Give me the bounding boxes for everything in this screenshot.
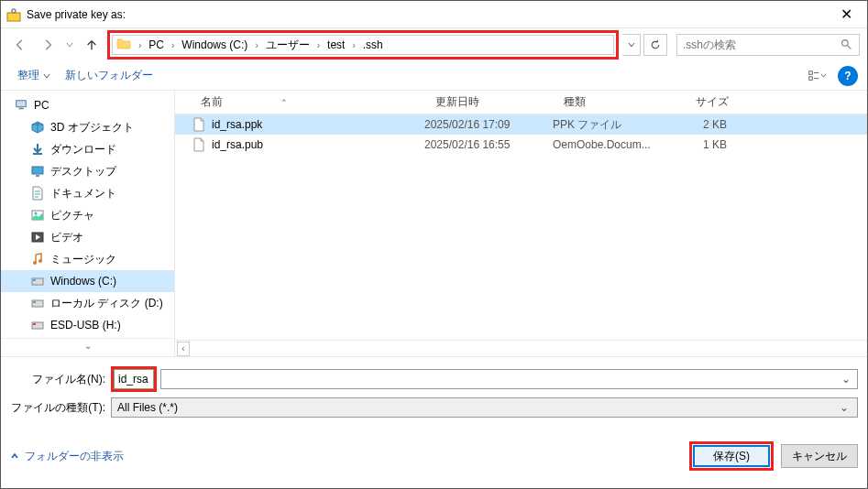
breadcrumb-segment[interactable]: test <box>324 38 348 51</box>
desk-icon <box>30 164 45 179</box>
file-type: OemOobe.Docum... <box>553 138 663 151</box>
close-button[interactable]: ✕ <box>826 1 867 28</box>
file-size: 1 KB <box>663 138 727 151</box>
tree-item-label: ビデオ <box>50 230 83 245</box>
address-highlight: › PC › Windows (C:) › ユーザー › test › .ssh <box>107 30 619 60</box>
hide-folders-button[interactable]: フォルダーの非表示 <box>10 449 124 464</box>
svg-point-1 <box>12 9 16 13</box>
dl-icon <box>30 142 45 157</box>
search-input[interactable] <box>676 34 860 56</box>
sidebar-expand-down[interactable]: ⌄ <box>1 338 174 353</box>
save-button[interactable]: 保存(S) <box>693 445 770 467</box>
column-name[interactable]: 名前 ⌃ <box>192 94 426 110</box>
3d-icon <box>30 120 45 135</box>
search-icon[interactable] <box>841 38 853 51</box>
breadcrumb-segment[interactable]: .ssh <box>359 38 387 51</box>
svg-rect-17 <box>33 301 36 303</box>
pc-icon <box>14 98 28 113</box>
column-type[interactable]: 種類 <box>555 94 665 110</box>
filename-label: ファイル名(N): <box>10 372 111 387</box>
svg-rect-8 <box>36 175 39 177</box>
tree-item[interactable]: ローカル ディスク (D:) <box>1 292 174 314</box>
recent-dropdown[interactable] <box>63 33 76 57</box>
file-date: 2025/02/16 16:55 <box>424 138 553 151</box>
chevron-right-icon[interactable]: › <box>168 40 178 50</box>
navigation-tree: PC3D オブジェクトダウンロードデスクトップドキュメントピクチャビデオミュージ… <box>1 91 175 356</box>
chevron-right-icon[interactable]: › <box>313 40 324 50</box>
address-dropdown[interactable] <box>622 34 641 56</box>
svg-rect-19 <box>33 323 36 325</box>
drive-icon <box>30 296 45 310</box>
breadcrumb-segment[interactable]: Windows (C:) <box>178 38 251 51</box>
search-field[interactable] <box>683 38 841 51</box>
tree-item-label: ダウンロード <box>50 142 116 158</box>
column-date[interactable]: 更新日時 <box>426 94 555 110</box>
tree-item-label: Windows (C:) <box>50 275 116 288</box>
tree-item-label: PC <box>34 99 49 112</box>
view-options-button[interactable] <box>803 66 830 86</box>
svg-point-13 <box>38 259 42 263</box>
file-icon <box>192 117 206 132</box>
vid-icon <box>30 230 45 244</box>
column-size[interactable]: サイズ <box>665 94 738 110</box>
tree-item[interactable]: ESD-USB (H:) <box>1 314 174 336</box>
app-icon <box>6 7 21 22</box>
svg-point-2 <box>842 40 849 47</box>
tree-item-label: ピクチャ <box>50 208 94 223</box>
tree-item[interactable]: ダウンロード <box>1 138 174 160</box>
tree-item[interactable]: ピクチャ <box>1 204 174 226</box>
drive-icon <box>30 274 45 288</box>
mus-icon <box>30 252 45 266</box>
tree-item[interactable]: PC <box>1 94 174 116</box>
file-size: 2 KB <box>663 118 727 131</box>
back-button <box>8 33 32 57</box>
file-name: id_rsa.pub <box>212 138 424 151</box>
chevron-down-icon: ⌄ <box>839 373 853 386</box>
breadcrumb-segment[interactable]: ユーザー <box>262 38 313 53</box>
svg-rect-7 <box>32 167 43 174</box>
tree-item-label: ドキュメント <box>50 186 116 201</box>
scroll-left-button[interactable]: ‹ <box>177 342 190 356</box>
cancel-button[interactable]: キャンセル <box>781 444 858 468</box>
file-row[interactable]: id_rsa.ppk2025/02/16 17:09PPK ファイル2 KB <box>175 114 867 135</box>
chevron-down-icon: ⌄ <box>837 401 852 414</box>
filetype-combo[interactable]: All Files (*.*) ⌄ <box>111 397 858 418</box>
file-list[interactable]: id_rsa.ppk2025/02/16 17:09PPK ファイル2 KBid… <box>175 114 867 340</box>
filename-combo[interactable]: ⌄ <box>160 369 858 389</box>
refresh-button[interactable] <box>643 34 667 56</box>
usb-icon <box>30 318 45 332</box>
tree-item-label: ローカル ディスク (D:) <box>50 296 163 311</box>
up-button[interactable] <box>80 33 104 57</box>
filename-input[interactable] <box>114 369 154 389</box>
address-bar[interactable]: › PC › Windows (C:) › ユーザー › test › .ssh <box>112 35 614 55</box>
tree-item[interactable]: ミュージック <box>1 248 174 270</box>
help-button[interactable]: ? <box>838 66 858 86</box>
svg-point-10 <box>35 212 38 215</box>
file-type: PPK ファイル <box>553 117 663 133</box>
breadcrumb-segment[interactable]: PC <box>145 38 168 51</box>
filetype-label: ファイルの種類(T): <box>10 400 111 416</box>
tree-item[interactable]: ドキュメント <box>1 182 174 204</box>
new-folder-button[interactable]: 新しいフォルダー <box>58 64 160 87</box>
tree-item[interactable]: デスクトップ <box>1 160 174 182</box>
chevron-up-icon <box>10 451 19 461</box>
chevron-down-icon <box>43 73 50 79</box>
svg-rect-15 <box>33 279 36 281</box>
svg-rect-0 <box>7 13 20 21</box>
chevron-right-icon[interactable]: › <box>251 40 261 50</box>
chevron-right-icon[interactable]: › <box>348 40 358 50</box>
file-name: id_rsa.ppk <box>212 118 424 131</box>
tree-item[interactable]: Windows (C:) <box>1 270 174 292</box>
file-row[interactable]: id_rsa.pub2025/02/16 16:55OemOobe.Docum.… <box>175 135 867 155</box>
pic-icon <box>30 208 45 223</box>
svg-rect-3 <box>808 71 812 74</box>
svg-rect-4 <box>808 76 812 80</box>
organize-button[interactable]: 整理 <box>10 64 58 87</box>
tree-item[interactable]: ビデオ <box>1 226 174 248</box>
chevron-down-icon <box>820 73 827 78</box>
chevron-right-icon[interactable]: › <box>135 40 145 50</box>
file-date: 2025/02/16 17:09 <box>424 118 553 131</box>
tree-item[interactable]: 3D オブジェクト <box>1 116 174 138</box>
svg-rect-5 <box>16 101 27 107</box>
sort-indicator-icon: ⌃ <box>280 98 288 107</box>
